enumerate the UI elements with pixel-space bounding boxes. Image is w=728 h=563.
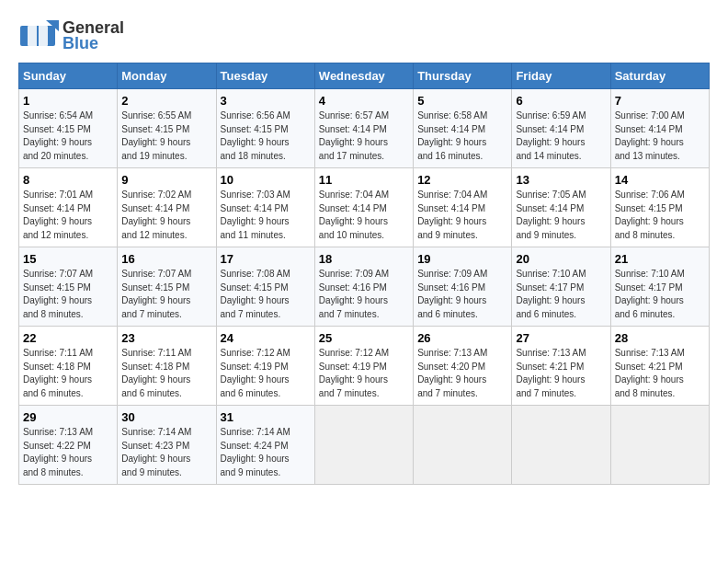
day-info: Sunrise: 7:13 AM Sunset: 4:20 PM Dayligh… (417, 348, 487, 398)
col-header-monday: Monday (118, 63, 216, 89)
calendar-cell: 14 Sunrise: 7:06 AM Sunset: 4:15 PM Dayl… (610, 168, 709, 247)
day-info: Sunrise: 7:02 AM Sunset: 4:14 PM Dayligh… (121, 190, 191, 240)
calendar-cell: 1 Sunrise: 6:54 AM Sunset: 4:15 PM Dayli… (19, 89, 118, 168)
col-header-saturday: Saturday (610, 63, 709, 89)
page-header: General Blue (18, 18, 710, 53)
day-info: Sunrise: 7:09 AM Sunset: 4:16 PM Dayligh… (417, 269, 487, 319)
calendar-cell: 24 Sunrise: 7:12 AM Sunset: 4:19 PM Dayl… (216, 327, 314, 406)
calendar-cell: 25 Sunrise: 7:12 AM Sunset: 4:19 PM Dayl… (314, 327, 413, 406)
calendar-table: SundayMondayTuesdayWednesdayThursdayFrid… (18, 63, 710, 485)
day-info: Sunrise: 7:09 AM Sunset: 4:16 PM Dayligh… (319, 269, 389, 319)
calendar-cell: 29 Sunrise: 7:13 AM Sunset: 4:22 PM Dayl… (19, 406, 118, 485)
calendar-cell: 17 Sunrise: 7:08 AM Sunset: 4:15 PM Dayl… (216, 247, 314, 327)
day-number: 9 (121, 173, 211, 187)
day-info: Sunrise: 6:59 AM Sunset: 4:14 PM Dayligh… (516, 110, 586, 161)
day-number: 10 (221, 173, 311, 187)
day-info: Sunrise: 7:08 AM Sunset: 4:15 PM Dayligh… (221, 269, 290, 319)
calendar-cell: 11 Sunrise: 7:04 AM Sunset: 4:14 PM Dayl… (314, 168, 413, 247)
day-number: 5 (417, 94, 507, 108)
logo-icon (18, 18, 59, 53)
calendar-cell: 9 Sunrise: 7:02 AM Sunset: 4:14 PM Dayli… (118, 168, 216, 247)
day-info: Sunrise: 7:01 AM Sunset: 4:14 PM Dayligh… (23, 190, 93, 240)
day-number: 14 (615, 173, 705, 187)
week-row: 29 Sunrise: 7:13 AM Sunset: 4:22 PM Dayl… (19, 406, 710, 485)
day-info: Sunrise: 6:56 AM Sunset: 4:15 PM Dayligh… (221, 110, 290, 161)
day-info: Sunrise: 7:10 AM Sunset: 4:17 PM Dayligh… (516, 269, 586, 319)
calendar-cell (610, 406, 709, 485)
day-number: 17 (221, 252, 311, 266)
day-number: 15 (23, 252, 113, 266)
day-number: 3 (221, 94, 311, 108)
day-number: 29 (23, 410, 113, 424)
day-info: Sunrise: 7:06 AM Sunset: 4:15 PM Dayligh… (615, 190, 685, 240)
calendar-cell: 19 Sunrise: 7:09 AM Sunset: 4:16 PM Dayl… (414, 247, 512, 327)
day-info: Sunrise: 7:12 AM Sunset: 4:19 PM Dayligh… (319, 348, 389, 398)
week-row: 8 Sunrise: 7:01 AM Sunset: 4:14 PM Dayli… (19, 168, 710, 247)
day-number: 4 (319, 94, 409, 108)
calendar-cell: 16 Sunrise: 7:07 AM Sunset: 4:15 PM Dayl… (118, 247, 216, 327)
day-number: 23 (121, 331, 211, 345)
col-header-thursday: Thursday (414, 63, 512, 89)
calendar-cell: 22 Sunrise: 7:11 AM Sunset: 4:18 PM Dayl… (19, 327, 118, 406)
day-info: Sunrise: 6:54 AM Sunset: 4:15 PM Dayligh… (23, 110, 93, 161)
col-header-friday: Friday (512, 63, 610, 89)
day-info: Sunrise: 6:57 AM Sunset: 4:14 PM Dayligh… (319, 110, 389, 161)
day-info: Sunrise: 6:58 AM Sunset: 4:14 PM Dayligh… (417, 110, 487, 161)
day-number: 11 (319, 173, 409, 187)
day-info: Sunrise: 7:00 AM Sunset: 4:14 PM Dayligh… (615, 110, 685, 161)
day-number: 18 (319, 252, 409, 266)
day-number: 8 (23, 173, 113, 187)
calendar-cell (512, 406, 610, 485)
day-info: Sunrise: 7:13 AM Sunset: 4:22 PM Dayligh… (23, 427, 93, 477)
day-info: Sunrise: 7:11 AM Sunset: 4:18 PM Dayligh… (23, 348, 93, 398)
day-info: Sunrise: 7:04 AM Sunset: 4:14 PM Dayligh… (319, 190, 389, 240)
day-info: Sunrise: 7:14 AM Sunset: 4:23 PM Dayligh… (121, 427, 191, 477)
calendar-cell: 31 Sunrise: 7:14 AM Sunset: 4:24 PM Dayl… (216, 406, 314, 485)
day-number: 2 (121, 94, 211, 108)
col-header-sunday: Sunday (19, 63, 118, 89)
calendar-cell: 6 Sunrise: 6:59 AM Sunset: 4:14 PM Dayli… (512, 89, 610, 168)
calendar-cell: 15 Sunrise: 7:07 AM Sunset: 4:15 PM Dayl… (19, 247, 118, 327)
calendar-cell: 27 Sunrise: 7:13 AM Sunset: 4:21 PM Dayl… (512, 327, 610, 406)
day-number: 30 (121, 410, 211, 424)
day-info: Sunrise: 7:07 AM Sunset: 4:15 PM Dayligh… (23, 269, 93, 319)
day-number: 19 (417, 252, 507, 266)
day-info: Sunrise: 7:04 AM Sunset: 4:14 PM Dayligh… (417, 190, 487, 240)
day-info: Sunrise: 7:03 AM Sunset: 4:14 PM Dayligh… (221, 190, 290, 240)
day-info: Sunrise: 7:07 AM Sunset: 4:15 PM Dayligh… (121, 269, 191, 319)
day-info: Sunrise: 6:55 AM Sunset: 4:15 PM Dayligh… (121, 110, 191, 161)
calendar-cell: 4 Sunrise: 6:57 AM Sunset: 4:14 PM Dayli… (314, 89, 413, 168)
week-row: 15 Sunrise: 7:07 AM Sunset: 4:15 PM Dayl… (19, 247, 710, 327)
day-info: Sunrise: 7:05 AM Sunset: 4:14 PM Dayligh… (516, 190, 586, 240)
calendar-cell: 28 Sunrise: 7:13 AM Sunset: 4:21 PM Dayl… (610, 327, 709, 406)
col-header-wednesday: Wednesday (314, 63, 413, 89)
calendar-cell: 21 Sunrise: 7:10 AM Sunset: 4:17 PM Dayl… (610, 247, 709, 327)
calendar-cell: 3 Sunrise: 6:56 AM Sunset: 4:15 PM Dayli… (216, 89, 314, 168)
day-number: 13 (516, 173, 606, 187)
calendar-cell: 2 Sunrise: 6:55 AM Sunset: 4:15 PM Dayli… (118, 89, 216, 168)
calendar-cell: 20 Sunrise: 7:10 AM Sunset: 4:17 PM Dayl… (512, 247, 610, 327)
day-info: Sunrise: 7:12 AM Sunset: 4:19 PM Dayligh… (221, 348, 290, 398)
day-number: 1 (23, 94, 113, 108)
day-info: Sunrise: 7:10 AM Sunset: 4:17 PM Dayligh… (615, 269, 685, 319)
logo: General Blue (18, 18, 124, 53)
day-number: 6 (516, 94, 606, 108)
day-info: Sunrise: 7:13 AM Sunset: 4:21 PM Dayligh… (615, 348, 685, 398)
calendar-cell: 8 Sunrise: 7:01 AM Sunset: 4:14 PM Dayli… (19, 168, 118, 247)
header-row: SundayMondayTuesdayWednesdayThursdayFrid… (19, 63, 710, 89)
calendar-cell: 12 Sunrise: 7:04 AM Sunset: 4:14 PM Dayl… (414, 168, 512, 247)
day-number: 24 (221, 331, 311, 345)
day-number: 16 (121, 252, 211, 266)
day-info: Sunrise: 7:13 AM Sunset: 4:21 PM Dayligh… (516, 348, 586, 398)
day-number: 31 (221, 410, 311, 424)
calendar-cell: 26 Sunrise: 7:13 AM Sunset: 4:20 PM Dayl… (414, 327, 512, 406)
day-number: 28 (615, 331, 705, 345)
day-number: 22 (23, 331, 113, 345)
calendar-cell: 23 Sunrise: 7:11 AM Sunset: 4:18 PM Dayl… (118, 327, 216, 406)
day-info: Sunrise: 7:11 AM Sunset: 4:18 PM Dayligh… (121, 348, 191, 398)
day-info: Sunrise: 7:14 AM Sunset: 4:24 PM Dayligh… (221, 427, 290, 477)
calendar-cell: 18 Sunrise: 7:09 AM Sunset: 4:16 PM Dayl… (314, 247, 413, 327)
day-number: 21 (615, 252, 705, 266)
calendar-cell: 30 Sunrise: 7:14 AM Sunset: 4:23 PM Dayl… (118, 406, 216, 485)
calendar-cell: 13 Sunrise: 7:05 AM Sunset: 4:14 PM Dayl… (512, 168, 610, 247)
